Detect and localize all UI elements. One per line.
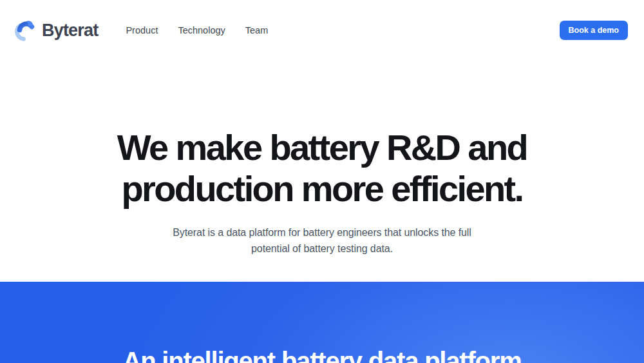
nav-link-product[interactable]: Product: [126, 25, 158, 35]
hero-heading: We make battery R&D and production more …: [0, 127, 644, 210]
hero-subtitle-line2: potential of battery testing data.: [0, 240, 644, 257]
byterat-logo-icon: [14, 18, 37, 43]
hero-subtitle: Byterat is a data platform for battery e…: [0, 224, 644, 257]
book-a-demo-button[interactable]: Book a demo: [560, 21, 629, 40]
hero-subtitle-line1: Byterat is a data platform for battery e…: [0, 224, 644, 240]
site-header: Byterat Product Technology Team Book a d…: [0, 0, 644, 41]
main-nav: Product Technology Team: [126, 25, 268, 35]
hero-heading-line1: We make battery R&D and: [0, 127, 644, 168]
hero-section: We make battery R&D and production more …: [0, 127, 644, 257]
logo[interactable]: Byterat: [14, 18, 98, 43]
nav-link-team[interactable]: Team: [245, 25, 268, 35]
platform-heading: An intelligent battery data platform: [0, 346, 644, 363]
nav-link-technology[interactable]: Technology: [178, 25, 225, 35]
logo-text[interactable]: Byterat: [42, 21, 98, 41]
hero-heading-line2: production more efficient.: [0, 168, 644, 210]
platform-section: An intelligent battery data platform: [0, 282, 644, 363]
